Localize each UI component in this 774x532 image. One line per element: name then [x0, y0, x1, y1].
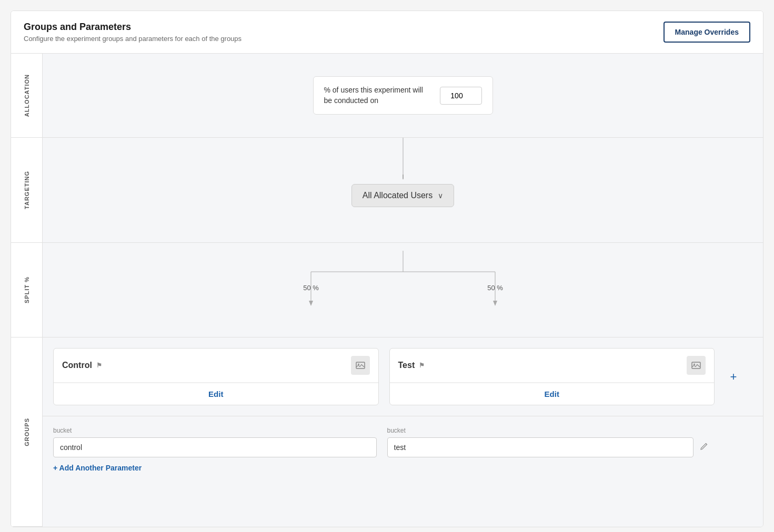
allocation-input[interactable] [440, 87, 482, 105]
targeting-label: All Allocated Users [363, 191, 433, 200]
param-input-test[interactable] [387, 437, 694, 457]
page-header: Groups and Parameters Configure the expe… [11, 11, 763, 54]
allocation-label: % of users this experiment will be condu… [324, 85, 429, 106]
group-image-button-test[interactable] [687, 356, 706, 375]
svg-rect-10 [356, 362, 365, 369]
param-label-control: bucket [53, 427, 377, 434]
param-section-test: bucket [387, 427, 711, 473]
group-card-control: Control ⚑ Edit [53, 348, 379, 405]
page-subtitle: Configure the experiment groups and para… [24, 35, 242, 43]
allocation-row: % of users this experiment will be condu… [43, 54, 763, 138]
add-group-button[interactable]: + [725, 369, 742, 385]
side-labels: ALLOCATION TARGETING SPLIT % GROUPS [11, 54, 43, 527]
main-content: ALLOCATION TARGETING SPLIT % GROUPS % of… [11, 54, 763, 527]
spacer [721, 427, 742, 473]
svg-point-13 [693, 364, 695, 365]
flag-icon-control: ⚑ [96, 362, 102, 369]
group-edit-button-control[interactable]: Edit [54, 383, 378, 405]
svg-marker-7 [493, 301, 497, 306]
flag-icon-test: ⚑ [419, 362, 425, 369]
page-title: Groups and Parameters [24, 22, 242, 33]
svg-point-11 [358, 364, 359, 365]
page-container: Groups and Parameters Configure the expe… [11, 11, 763, 527]
svg-marker-6 [309, 301, 313, 306]
header-text: Groups and Parameters Configure the expe… [24, 22, 242, 43]
side-label-allocation: ALLOCATION [11, 54, 43, 138]
group-card-test: Test ⚑ Edit [389, 348, 715, 405]
targeting-row: All Allocated Users ∨ [43, 138, 763, 243]
chevron-down-icon: ∨ [438, 191, 443, 200]
group-header-test: Test ⚑ [390, 349, 715, 383]
param-label-test: bucket [387, 427, 711, 434]
group-edit-button-test[interactable]: Edit [390, 383, 715, 405]
manage-overrides-button[interactable]: Manage Overrides [664, 22, 750, 43]
param-row-test [387, 437, 711, 457]
pencil-icon [700, 442, 708, 451]
split-diagram: 50 % 50 % [219, 251, 587, 330]
svg-rect-12 [692, 362, 700, 369]
group-header-control: Control ⚑ [54, 349, 378, 383]
svg-text:50 %: 50 % [303, 284, 319, 292]
side-label-groups: GROUPS [11, 337, 43, 527]
param-input-control[interactable] [53, 437, 377, 457]
param-section-control: bucket + Add Another Parameter [53, 427, 377, 473]
targeting-dropdown[interactable]: All Allocated Users ∨ [351, 184, 454, 207]
allocation-box: % of users this experiment will be condu… [313, 76, 493, 115]
split-row: 50 % 50 % [43, 243, 763, 337]
image-icon-test [691, 362, 701, 369]
edit-param-button-test[interactable] [698, 440, 710, 455]
side-label-split: SPLIT % [11, 243, 43, 337]
image-icon-control [356, 362, 365, 369]
add-param-button[interactable]: + Add Another Parameter [53, 464, 142, 472]
svg-text:50 %: 50 % [487, 284, 503, 292]
group-name-test: Test ⚑ [398, 361, 425, 370]
content-rows: % of users this experiment will be condu… [43, 54, 763, 527]
svg-marker-1 [403, 175, 404, 180]
side-label-targeting: TARGETING [11, 138, 43, 243]
group-image-button-control[interactable] [351, 356, 370, 375]
group-name-control: Control ⚑ [62, 361, 102, 370]
params-row: bucket + Add Another Parameter bucket [43, 416, 763, 488]
groups-row: Control ⚑ Edit [43, 337, 763, 416]
